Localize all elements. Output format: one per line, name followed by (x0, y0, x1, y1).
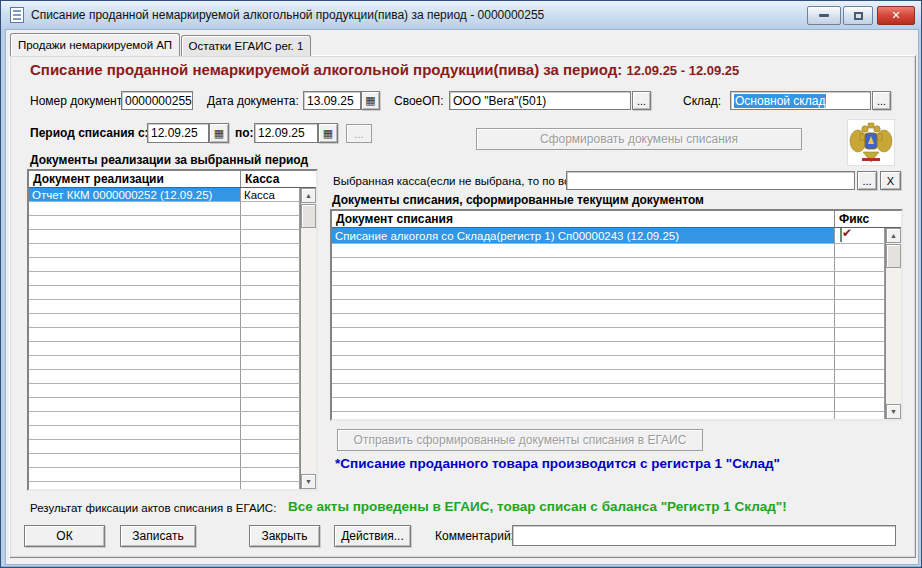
table-row-empty[interactable] (332, 328, 885, 342)
generate-writeoff-button[interactable]: Сформировать докумены списания (476, 128, 802, 150)
sales-table-header: Документ реализации Касса (29, 171, 316, 188)
writeoff-table: Документ списания Фикс Списание алкоголя… (330, 209, 903, 421)
send-to-egais-label: Отправить сформированные документы списа… (354, 433, 687, 447)
writeoff-doc-cell[interactable]: Списание алкоголя со Склада(регистр 1) С… (332, 228, 835, 243)
close-button[interactable]: ✕ (877, 6, 915, 25)
kassa-clear-button[interactable]: X (880, 171, 901, 190)
selected-kassa-input[interactable] (566, 171, 855, 190)
cell (835, 370, 885, 383)
table-row-empty[interactable] (332, 272, 885, 286)
table-row-empty[interactable] (332, 384, 885, 398)
table-row-empty[interactable] (332, 398, 885, 412)
doc-date-input[interactable]: 13.09.25 (303, 91, 361, 110)
warehouse-input[interactable]: Основной склад (730, 91, 871, 110)
period-from-calendar-button[interactable]: ▦ (209, 123, 229, 143)
table-row-empty[interactable] (29, 202, 300, 216)
kassa-select-button[interactable]: ... (857, 171, 877, 190)
table-row-empty[interactable] (29, 398, 300, 412)
table-row-empty[interactable] (29, 258, 300, 272)
warehouse-label: Склад: (683, 94, 721, 108)
cell (835, 328, 885, 341)
scroll-up-icon[interactable]: ▲ (886, 228, 901, 243)
tab-sales[interactable]: Продажи немаркируемой АП (10, 33, 180, 56)
table-row-empty[interactable] (29, 454, 300, 468)
close-form-button[interactable]: Закрыть (249, 525, 320, 547)
ok-button[interactable]: ОК (24, 525, 105, 547)
period-select-button[interactable]: ... (346, 124, 372, 143)
writeoff-scrollbar[interactable]: ▲ ▼ (885, 228, 901, 419)
actions-button[interactable]: Действия... (334, 525, 411, 547)
sales-kassa-cell[interactable]: Касса (241, 188, 300, 201)
minimize-button[interactable] (807, 6, 841, 25)
writeoff-fix-cell[interactable] (835, 228, 885, 243)
table-row-empty[interactable] (29, 314, 300, 328)
table-row[interactable]: Списание алкоголя со Склада(регистр 1) С… (332, 228, 885, 244)
table-row-empty[interactable] (29, 426, 300, 440)
table-row-empty[interactable] (29, 342, 300, 356)
table-row-empty[interactable] (332, 412, 885, 419)
save-button[interactable]: Записать (120, 525, 196, 547)
own-op-select-button[interactable]: ... (632, 91, 651, 110)
table-row-empty[interactable] (332, 244, 885, 258)
table-row-empty[interactable] (332, 286, 885, 300)
comment-input[interactable] (512, 525, 896, 546)
warehouse-select-button[interactable]: ... (872, 91, 891, 110)
cell (29, 482, 241, 489)
own-op-label: СвоеОП: (394, 94, 444, 108)
doc-date-value: 13.09.25 (307, 94, 354, 108)
table-row-empty[interactable] (29, 286, 300, 300)
cell (29, 426, 241, 439)
scroll-down-icon[interactable]: ▼ (886, 404, 901, 419)
table-row-empty[interactable] (29, 412, 300, 426)
scroll-down-icon[interactable]: ▼ (301, 474, 316, 489)
own-op-input[interactable]: ООО "Вега"(501) (449, 91, 631, 110)
table-row-empty[interactable] (29, 356, 300, 370)
cell (835, 384, 885, 397)
tab-egais-remains[interactable]: Остатки ЕГАИС рег. 1 (181, 35, 311, 56)
table-row-empty[interactable] (29, 272, 300, 286)
table-row-empty[interactable] (29, 468, 300, 482)
sales-scrollbar[interactable]: ▲ ▼ (300, 188, 316, 489)
table-row-empty[interactable] (29, 230, 300, 244)
cell (241, 440, 300, 453)
maximize-button[interactable] (843, 6, 873, 25)
sales-doc-cell[interactable]: Отчет ККМ 0000000252 (12.09.25) (29, 188, 241, 201)
period-to-input[interactable]: 12.09.25 (254, 123, 318, 143)
table-row-empty[interactable] (29, 440, 300, 454)
fixed-checkbox[interactable] (840, 228, 842, 242)
table-row-empty[interactable] (29, 482, 300, 489)
scroll-up-icon[interactable]: ▲ (301, 188, 316, 203)
column-header[interactable]: Фикс (835, 211, 885, 227)
scrollbar-thumb[interactable] (886, 244, 901, 268)
doc-date-calendar-button[interactable]: ▦ (361, 91, 380, 110)
column-header[interactable]: Касса (241, 171, 300, 187)
table-row-empty[interactable] (29, 328, 300, 342)
table-row[interactable]: Отчет ККМ 0000000252 (12.09.25) Касса (29, 188, 300, 202)
scrollbar-thumb[interactable] (301, 204, 316, 228)
writeoff-table-title: Документы списания, сформированные текущ… (332, 193, 704, 207)
period-from-input[interactable]: 12.09.25 (147, 123, 209, 143)
writeoff-table-body: Списание алкоголя со Склада(регистр 1) С… (332, 228, 901, 419)
column-header[interactable]: Документ списания (332, 211, 835, 227)
table-row-empty[interactable] (332, 314, 885, 328)
table-row-empty[interactable] (332, 370, 885, 384)
table-row-empty[interactable] (332, 356, 885, 370)
send-to-egais-button[interactable]: Отправить сформированные документы списа… (337, 429, 703, 451)
doc-number-input[interactable]: 0000000255 (121, 91, 193, 110)
column-header[interactable]: Документ реализации (29, 171, 241, 187)
table-row-empty[interactable] (29, 244, 300, 258)
cell (332, 356, 835, 369)
double-eagle-icon (848, 120, 894, 165)
table-row-empty[interactable] (332, 300, 885, 314)
tab-label: Продажи немаркируемой АП (18, 39, 172, 51)
period-to-calendar-button[interactable]: ▦ (318, 123, 338, 143)
table-row-empty[interactable] (332, 258, 885, 272)
table-row-empty[interactable] (29, 216, 300, 230)
cell (29, 230, 241, 243)
table-row-empty[interactable] (29, 370, 300, 384)
table-row-empty[interactable] (29, 300, 300, 314)
table-row-empty[interactable] (332, 342, 885, 356)
tab-label: Остатки ЕГАИС рег. 1 (189, 40, 304, 52)
table-row-empty[interactable] (29, 384, 300, 398)
cell (29, 272, 241, 285)
